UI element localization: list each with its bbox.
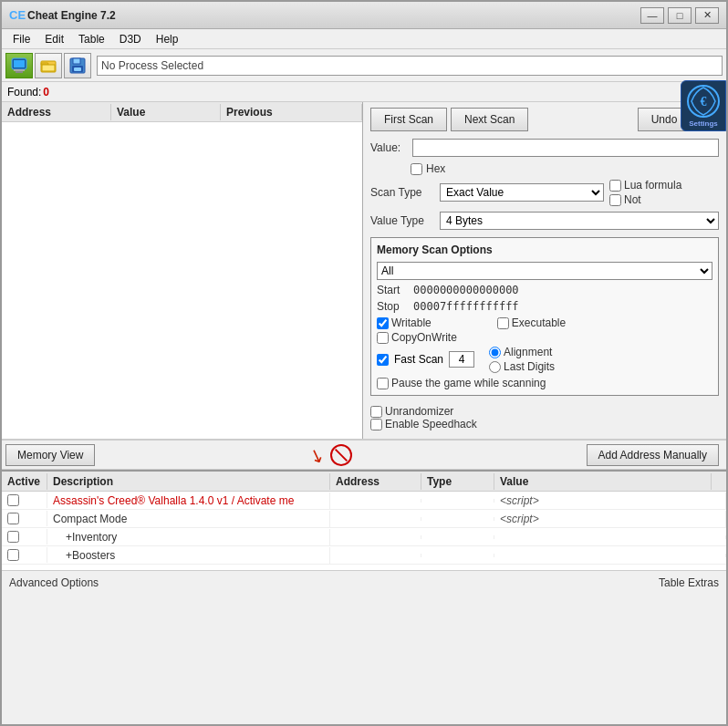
hex-row: Hex	[411, 162, 719, 175]
active-cell[interactable]	[2, 511, 47, 526]
save-button[interactable]	[64, 53, 91, 78]
cheat-table-row[interactable]: +Boosters	[2, 546, 726, 565]
value-type-label: Value Type	[370, 214, 434, 227]
active-cell[interactable]	[2, 547, 47, 563]
alignment-item: Alignment	[489, 346, 555, 358]
address-col-header-ct: Address	[330, 473, 421, 490]
extra-options: Unrandomizer Enable Speedhack	[370, 405, 719, 430]
lua-formula-row: Lua formula	[609, 179, 719, 192]
type-cell	[421, 499, 494, 503]
cheat-table-row[interactable]: Compact Mode<script>	[2, 510, 726, 528]
pause-game-item: Pause the game while scanning	[377, 377, 712, 389]
start-label: Start	[377, 284, 410, 296]
address-panel: Address Value Previous	[2, 102, 363, 439]
menu-table[interactable]: Table	[71, 31, 112, 47]
value-type-select[interactable]: 4 Bytes 1 Byte 2 Bytes 8 Bytes Float Dou…	[440, 212, 719, 230]
cheat-table-row[interactable]: +Inventory	[2, 528, 726, 546]
copy-on-write-checkbox[interactable]	[377, 332, 389, 344]
hex-label: Hex	[426, 162, 445, 175]
active-checkbox[interactable]	[7, 549, 19, 561]
last-digits-label: Last Digits	[504, 360, 555, 373]
title-bar: CE Cheat Engine 7.2 — □ ✕	[2, 2, 726, 29]
add-address-manually-button[interactable]: Add Address Manually	[587, 444, 719, 466]
writable-executable-row: Writable Executable	[377, 316, 712, 329]
not-label: Not	[624, 193, 641, 206]
menu-d3d[interactable]: D3D	[112, 31, 149, 47]
fast-scan-value[interactable]	[449, 351, 474, 368]
not-row: Not	[609, 193, 719, 206]
unrandomizer-checkbox[interactable]	[370, 406, 382, 418]
description-col-header: Description	[47, 473, 330, 490]
value-input[interactable]	[412, 139, 719, 157]
value-col-header-ct: Value	[494, 473, 712, 490]
open-button[interactable]	[35, 53, 62, 78]
pause-game-label: Pause the game while scanning	[391, 377, 546, 389]
process-name-bar[interactable]: No Process Selected	[97, 56, 723, 76]
address-col-header: Address	[2, 104, 111, 120]
memory-range-select[interactable]: All	[377, 262, 712, 280]
value-label: Value:	[370, 141, 407, 154]
hex-checkbox[interactable]	[411, 163, 422, 175]
first-scan-button[interactable]: First Scan	[370, 108, 447, 131]
menu-help[interactable]: Help	[149, 31, 186, 47]
scan-buttons-row: First Scan Next Scan Undo Scan	[370, 108, 719, 131]
menu-file[interactable]: File	[5, 31, 37, 47]
no-icon	[330, 444, 352, 466]
scan-type-select[interactable]: Exact Value Bigger than... Smaller than.…	[440, 183, 604, 202]
memory-range-select-row: All	[377, 262, 712, 280]
svg-rect-1	[14, 60, 25, 67]
maximize-button[interactable]: □	[668, 7, 692, 24]
cheat-table-rows: Assassin's Creed® Valhalla 1.4.0 v1 / Ac…	[2, 492, 726, 565]
minimize-button[interactable]: —	[640, 7, 664, 24]
description-cell: Compact Mode	[47, 511, 330, 527]
active-cell[interactable]	[2, 493, 47, 508]
found-label: Found:	[7, 86, 41, 99]
not-checkbox[interactable]	[609, 194, 621, 206]
svg-rect-10	[74, 67, 81, 71]
value-type-row: Value Type 4 Bytes 1 Byte 2 Bytes 8 Byte…	[370, 212, 719, 230]
copy-on-write-label: CopyOnWrite	[391, 331, 457, 344]
value-cell	[494, 535, 726, 539]
svg-rect-6	[42, 65, 55, 71]
active-checkbox[interactable]	[7, 531, 19, 543]
close-button[interactable]: ✕	[695, 7, 719, 24]
alignment-radio[interactable]	[489, 347, 501, 358]
memory-view-button[interactable]: Memory View	[5, 444, 95, 466]
speedhack-label: Enable Speedhack	[385, 418, 477, 430]
writable-checkbox[interactable]	[377, 317, 389, 329]
arrow-icon: ↘	[306, 441, 328, 467]
stop-row: Stop 00007fffffffffff	[377, 300, 712, 313]
active-checkbox[interactable]	[7, 494, 19, 506]
executable-item: Executable	[497, 316, 566, 329]
speedhack-item: Enable Speedhack	[370, 418, 719, 430]
fast-scan-row: Fast Scan Alignment Last Digits	[377, 346, 712, 373]
address-cell	[330, 554, 421, 557]
status-right[interactable]: Table Extras	[659, 576, 719, 589]
ce-logo: € Settings	[681, 80, 726, 131]
menu-edit[interactable]: Edit	[37, 31, 71, 47]
alignment-col: Alignment Last Digits	[489, 346, 555, 373]
writable-item: Writable	[377, 316, 432, 329]
select-process-button[interactable]	[5, 53, 33, 78]
speedhack-checkbox[interactable]	[370, 419, 382, 430]
executable-label: Executable	[512, 316, 566, 329]
type-cell	[421, 517, 494, 521]
fast-scan-checkbox[interactable]	[377, 354, 389, 366]
cheat-table-row[interactable]: Assassin's Creed® Valhalla 1.4.0 v1 / Ac…	[2, 492, 726, 510]
found-count: 0	[43, 86, 49, 99]
pause-game-checkbox[interactable]	[377, 378, 389, 389]
left-bottom: Memory View ↘	[2, 440, 363, 469]
memory-scan-options: Memory Scan Options All Start 0000000000…	[370, 237, 719, 396]
next-scan-button[interactable]: Next Scan	[451, 108, 528, 131]
lua-formula-checkbox[interactable]	[609, 180, 621, 192]
fast-scan-label: Fast Scan	[394, 353, 443, 366]
address-cell	[330, 499, 421, 503]
active-cell[interactable]	[2, 529, 47, 544]
active-checkbox[interactable]	[7, 513, 19, 524]
type-cell	[421, 535, 494, 539]
executable-checkbox[interactable]	[497, 317, 509, 329]
previous-col-header: Previous	[221, 104, 362, 120]
status-left[interactable]: Advanced Options	[9, 576, 99, 589]
last-digits-radio[interactable]	[489, 361, 501, 373]
stop-label: Stop	[377, 300, 410, 313]
